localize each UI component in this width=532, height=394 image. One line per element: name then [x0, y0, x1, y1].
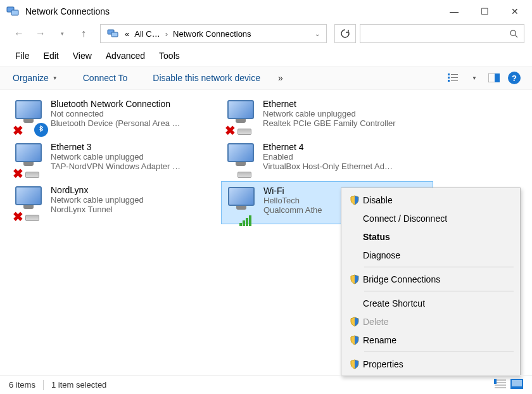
- recent-dropdown[interactable]: ▾: [53, 25, 71, 42]
- connection-item[interactable]: ✖NordLynxNetwork cable unpluggedNordLynx…: [9, 181, 221, 224]
- context-menu-label: Delete: [363, 317, 388, 327]
- disabled-x-icon: ✖: [225, 125, 236, 136]
- view-details-icon[interactable]: [494, 379, 507, 391]
- command-bar: Organize▼ Connect To Disable this networ…: [0, 66, 532, 90]
- address-dropdown-icon[interactable]: ⌄: [315, 30, 320, 37]
- connection-icon: ✖: [11, 185, 51, 220]
- context-menu-item[interactable]: Rename: [343, 331, 519, 349]
- connection-icon: [224, 186, 263, 220]
- location-icon: [107, 28, 118, 39]
- connection-name: Ethernet 4: [263, 142, 431, 152]
- connection-device: Realtek PCIe GBE Family Controller: [263, 118, 431, 128]
- cable-icon: [238, 129, 251, 137]
- menu-advanced[interactable]: Advanced: [99, 48, 151, 63]
- help-button[interactable]: ?: [505, 70, 523, 86]
- context-menu-item[interactable]: Disable: [343, 191, 519, 209]
- cable-icon: [25, 215, 39, 224]
- maximize-button[interactable]: ☐: [470, 2, 499, 21]
- menu-view[interactable]: View: [66, 48, 98, 63]
- cable-icon: [238, 172, 251, 181]
- context-menu-item[interactable]: Status: [343, 227, 519, 246]
- connection-text: Ethernet 3Network cable unpluggedTAP-Nor…: [51, 142, 218, 177]
- view-dropdown-icon[interactable]: ▼: [465, 70, 483, 86]
- connection-icon: ✖: [224, 99, 263, 134]
- svg-rect-13: [495, 73, 500, 82]
- status-selected-count: 1 item selected: [51, 380, 106, 390]
- breadcrumb-seg2[interactable]: Network Connections: [173, 29, 251, 39]
- shield-icon: [346, 317, 363, 327]
- monitor-icon: [227, 100, 254, 123]
- connection-name: Bluetooth Network Connection: [51, 99, 218, 109]
- connection-name: Ethernet 3: [51, 142, 218, 152]
- context-menu-item[interactable]: Properties: [343, 355, 519, 373]
- view-large-icons-icon[interactable]: [510, 379, 523, 391]
- context-menu-label: Create Shortcut: [363, 298, 425, 308]
- connection-item[interactable]: ✖Bluetooth Network ConnectionNot connect…: [9, 95, 221, 138]
- connection-device: TAP-NordVPN Windows Adapter …: [51, 162, 218, 171]
- back-button[interactable]: ←: [10, 25, 28, 42]
- monitor-icon: [227, 143, 254, 166]
- titlebar: Network Connections — ☐ ✕: [0, 0, 532, 23]
- svg-rect-7: [448, 77, 450, 79]
- cable-icon: [25, 172, 39, 181]
- connection-status: Enabled: [263, 152, 431, 162]
- organize-button[interactable]: Organize▼: [9, 73, 65, 83]
- context-menu-label: Status: [363, 232, 390, 242]
- context-menu-label: Diagnose: [363, 250, 400, 260]
- context-menu-label: Disable: [363, 195, 393, 205]
- disable-device-button[interactable]: Disable this network device: [149, 73, 268, 83]
- search-input[interactable]: [360, 24, 524, 43]
- disabled-x-icon: ✖: [13, 168, 24, 179]
- menu-file[interactable]: File: [9, 48, 36, 63]
- disabled-x-icon: ✖: [13, 211, 24, 222]
- monitor-icon: [228, 187, 255, 210]
- connection-device: Bluetooth Device (Personal Area …: [51, 118, 218, 128]
- connection-name: Ethernet: [263, 99, 431, 109]
- status-bar: 6 items 1 item selected: [0, 375, 532, 394]
- help-icon: ?: [508, 72, 521, 84]
- monitor-icon: [15, 186, 42, 209]
- context-menu-item: Delete: [343, 312, 519, 331]
- breadcrumb-seg1[interactable]: All C…: [134, 29, 160, 39]
- refresh-button[interactable]: [334, 24, 356, 43]
- connection-device: VirtualBox Host-Only Ethernet Ad…: [263, 162, 431, 171]
- connection-text: Bluetooth Network ConnectionNot connecte…: [51, 99, 218, 134]
- menu-tools[interactable]: Tools: [153, 48, 186, 63]
- window-title: Network Connections: [25, 6, 440, 16]
- wifi-signal-icon: [239, 215, 253, 224]
- svg-rect-3: [111, 32, 118, 37]
- breadcrumb-chevron-icon[interactable]: ›: [165, 29, 168, 39]
- search-icon: [509, 29, 519, 39]
- view-layout-button[interactable]: [445, 70, 462, 86]
- forward-button[interactable]: →: [32, 25, 49, 42]
- context-menu-item[interactable]: Diagnose: [343, 246, 519, 264]
- connection-text: NordLynxNetwork cable unpluggedNordLynx …: [51, 185, 218, 220]
- connect-to-button[interactable]: Connect To: [79, 73, 136, 83]
- context-menu-label: Bridge Connections: [363, 274, 440, 284]
- menu-edit[interactable]: Edit: [37, 48, 65, 63]
- up-button[interactable]: ↑: [75, 25, 92, 42]
- shield-icon: [346, 274, 363, 284]
- overflow-button[interactable]: »: [274, 73, 291, 83]
- bluetooth-icon: [34, 123, 48, 137]
- minimize-button[interactable]: —: [440, 2, 469, 21]
- preview-pane-button[interactable]: [485, 70, 503, 86]
- shield-icon: [346, 359, 363, 369]
- context-menu-item[interactable]: Bridge Connections: [343, 270, 519, 288]
- context-menu-label: Connect / Disconnect: [363, 213, 447, 224]
- connection-status: Network cable unplugged: [263, 109, 431, 118]
- svg-rect-18: [494, 379, 497, 381]
- svg-rect-1: [11, 10, 18, 15]
- context-menu-item[interactable]: Connect / Disconnect: [343, 209, 519, 227]
- context-menu-item[interactable]: Create Shortcut: [343, 294, 519, 312]
- connection-item[interactable]: Ethernet 4EnabledVirtualBox Host-Only Et…: [221, 138, 433, 181]
- connection-item[interactable]: ✖Ethernet 3Network cable unpluggedTAP-No…: [9, 138, 221, 181]
- connection-icon: ✖: [11, 142, 51, 177]
- connection-item[interactable]: ✖EthernetNetwork cable unpluggedRealtek …: [221, 95, 433, 138]
- context-menu-separator: [364, 352, 514, 352]
- connection-name: NordLynx: [51, 185, 218, 195]
- address-bar[interactable]: « All C… › Network Connections ⌄: [100, 24, 327, 43]
- close-button[interactable]: ✕: [500, 2, 529, 21]
- context-menu-label: Properties: [363, 359, 403, 369]
- svg-rect-6: [448, 73, 450, 75]
